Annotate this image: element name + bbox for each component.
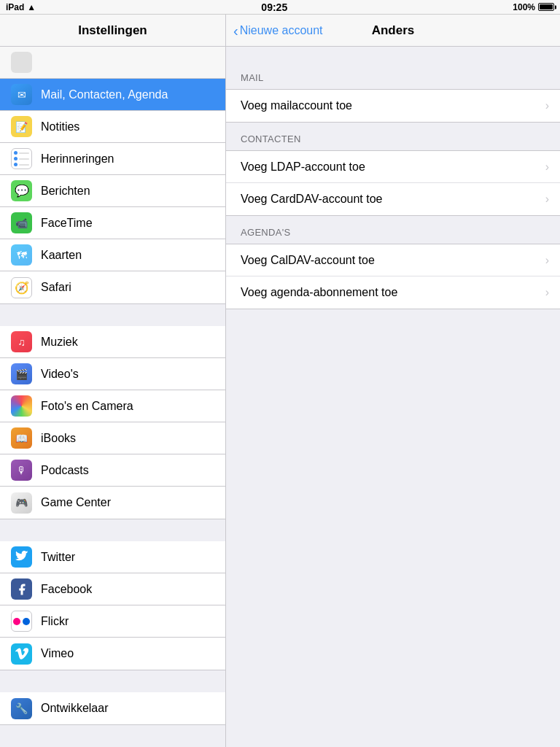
- sidebar-section-2: ♫ Muziek 🎬 Video's Foto's en Camera 📖 iB…: [0, 326, 225, 519]
- battery-label: 100%: [513, 2, 535, 12]
- status-left: iPad ▲: [6, 2, 36, 12]
- sidebar-item-itunes[interactable]: [0, 47, 225, 79]
- sidebar-spacer-1: [0, 304, 225, 326]
- sidebar-section-3: Twitter Facebook Flickr: [0, 541, 225, 670]
- facetime-icon: 📹: [11, 212, 32, 233]
- sidebar-item-label: Muziek: [41, 336, 78, 349]
- section-label-contacten: CONTACTEN: [226, 123, 560, 150]
- reminders-icon: [11, 148, 32, 169]
- list-item-label: Voeg CalDAV-account toe: [241, 254, 545, 267]
- battery-icon: [538, 3, 554, 11]
- back-chevron-icon: ‹: [233, 23, 238, 38]
- maps-icon: 🗺: [11, 244, 32, 266]
- section-label-agendas: AGENDA'S: [226, 216, 560, 244]
- safari-icon: 🧭: [11, 277, 32, 298]
- sidebar-item-berichten[interactable]: 💬 Berichten: [0, 175, 225, 207]
- music-icon: ♫: [11, 331, 32, 352]
- sidebar-item-kaarten[interactable]: 🗺 Kaarten: [0, 239, 225, 271]
- sidebar-item-label: Berichten: [41, 185, 90, 198]
- sidebar-item-label: Ontwikkelaar: [41, 702, 108, 715]
- list-group-agendas: Voeg CalDAV-account toe › Voeg agenda-ab…: [226, 244, 560, 309]
- sidebar: Instellingen ✉ Mail, Contacten, Agenda 📝…: [0, 15, 226, 747]
- vimeo-icon: [11, 643, 32, 665]
- sidebar-item-fotos[interactable]: Foto's en Camera: [0, 390, 225, 422]
- sidebar-spacer-4: [0, 725, 225, 747]
- facebook-icon: [11, 578, 32, 600]
- sidebar-item-label: Twitter: [41, 551, 75, 564]
- sidebar-item-label: Vimeo: [41, 647, 74, 660]
- chevron-right-icon: ›: [545, 254, 549, 267]
- chevron-right-icon: ›: [545, 160, 549, 174]
- list-item-add-agenda[interactable]: Voeg agenda-abonnement toe ›: [226, 276, 560, 309]
- sidebar-item-vimeo[interactable]: Vimeo: [0, 638, 225, 670]
- sidebar-item-label: Herinneringen: [41, 152, 114, 166]
- mail-icon: ✉: [11, 84, 32, 105]
- wifi-icon: ▲: [27, 2, 36, 12]
- sidebar-item-flickr[interactable]: Flickr: [0, 605, 225, 638]
- sidebar-title: Instellingen: [78, 23, 147, 38]
- sidebar-item-safari[interactable]: 🧭 Safari: [0, 271, 225, 303]
- content-header: ‹ Nieuwe account Anders: [226, 15, 560, 47]
- messages-icon: 💬: [11, 180, 32, 201]
- sidebar-section-1: ✉ Mail, Contacten, Agenda 📝 Notities: [0, 79, 225, 304]
- sidebar-item-label: Facebook: [41, 583, 92, 596]
- twitter-icon: [11, 546, 32, 568]
- podcasts-icon: 🎙: [11, 460, 32, 481]
- sidebar-item-label: Mail, Contacten, Agenda: [41, 88, 168, 101]
- chevron-right-icon: ›: [545, 193, 549, 206]
- flickr-icon: [11, 611, 32, 632]
- sidebar-section-4: 🔧 Ontwikkelaar: [0, 692, 225, 725]
- sidebar-item-label: iBooks: [41, 432, 76, 445]
- list-item-label: Voeg agenda-abonnement toe: [241, 286, 545, 299]
- dev-icon: 🔧: [11, 698, 32, 719]
- status-right: 100%: [513, 2, 554, 12]
- sidebar-item-ibooks[interactable]: 📖 iBooks: [0, 422, 225, 454]
- list-group-mail: Voeg mailaccount toe ›: [226, 89, 560, 123]
- sidebar-item-facebook[interactable]: Facebook: [0, 573, 225, 605]
- content-title: Anders: [372, 23, 415, 38]
- list-group-contacten: Voeg LDAP-account toe › Voeg CardDAV-acc…: [226, 150, 560, 216]
- sidebar-item-gamecenter[interactable]: 🎮 Game Center: [0, 487, 225, 519]
- notes-icon: 📝: [11, 116, 32, 137]
- ibooks-icon: 📖: [11, 427, 32, 449]
- list-item-add-carddav[interactable]: Voeg CardDAV-account toe ›: [226, 183, 560, 215]
- sidebar-item-twitter[interactable]: Twitter: [0, 541, 225, 573]
- sidebar-header: Instellingen: [0, 15, 225, 47]
- list-item-label: Voeg LDAP-account toe: [241, 160, 545, 174]
- sidebar-item-label: Kaarten: [41, 249, 82, 262]
- status-time: 09:25: [261, 1, 287, 13]
- sidebar-item-notities[interactable]: 📝 Notities: [0, 111, 225, 143]
- sidebar-item-muziek[interactable]: ♫ Muziek: [0, 326, 225, 358]
- content-panel: ‹ Nieuwe account Anders MAIL Voeg mailac…: [226, 15, 560, 747]
- sidebar-item-label: Foto's en Camera: [41, 400, 133, 413]
- list-item-label: Voeg mailaccount toe: [241, 99, 545, 112]
- sidebar-spacer-2: [0, 519, 225, 541]
- list-item-add-caldav[interactable]: Voeg CalDAV-account toe ›: [226, 244, 560, 276]
- gamecenter-icon: 🎮: [11, 492, 32, 514]
- status-bar: iPad ▲ 09:25 100%: [0, 0, 560, 15]
- main-container: Instellingen ✉ Mail, Contacten, Agenda 📝…: [0, 15, 560, 747]
- content-body: MAIL Voeg mailaccount toe › CONTACTEN Vo…: [226, 47, 560, 324]
- sidebar-item-videos[interactable]: 🎬 Video's: [0, 358, 225, 390]
- sidebar-item-facetime[interactable]: 📹 FaceTime: [0, 207, 225, 239]
- list-item-label: Voeg CardDAV-account toe: [241, 193, 545, 206]
- sidebar-item-label: Safari: [41, 281, 71, 294]
- list-item-add-mail[interactable]: Voeg mailaccount toe ›: [226, 90, 560, 122]
- sidebar-item-label: Flickr: [41, 615, 69, 628]
- carrier-label: iPad: [6, 2, 24, 12]
- sidebar-item-ontwikkelaar[interactable]: 🔧 Ontwikkelaar: [0, 692, 225, 724]
- sidebar-item-mail[interactable]: ✉ Mail, Contacten, Agenda: [0, 79, 225, 111]
- sidebar-item-label: Game Center: [41, 496, 111, 509]
- sidebar-item-label: Podcasts: [41, 464, 89, 477]
- sidebar-item-label: FaceTime: [41, 217, 93, 230]
- chevron-right-icon: ›: [545, 99, 549, 112]
- chevron-right-icon: ›: [545, 286, 549, 299]
- sidebar-item-podcasts[interactable]: 🎙 Podcasts: [0, 454, 225, 487]
- back-button[interactable]: ‹ Nieuwe account: [233, 23, 323, 38]
- sidebar-item-herinneringen[interactable]: Herinneringen: [0, 143, 225, 175]
- list-item-add-ldap[interactable]: Voeg LDAP-account toe ›: [226, 151, 560, 183]
- sidebar-item-label: Notities: [41, 120, 79, 133]
- back-label: Nieuwe account: [240, 24, 323, 37]
- section-label-mail: MAIL: [226, 61, 560, 89]
- videos-icon: 🎬: [11, 363, 32, 384]
